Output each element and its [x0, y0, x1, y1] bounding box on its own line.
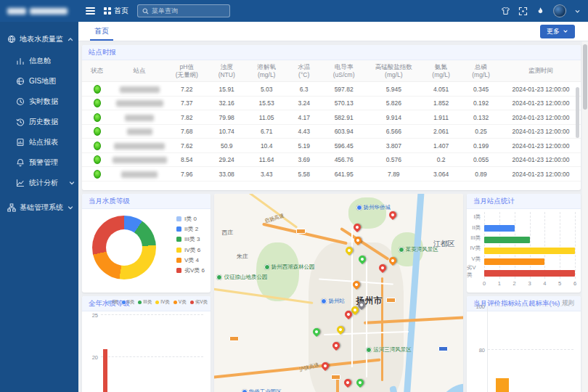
hamburger-menu-icon[interactable]: [86, 7, 95, 15]
status-cell: [82, 96, 112, 110]
bar: [484, 237, 530, 243]
org-tree-icon: [7, 203, 16, 212]
legend-item[interactable]: 劣V类 6: [176, 266, 205, 274]
value-cell: 597.82: [322, 82, 367, 97]
legend-swatch: [176, 226, 181, 232]
table-row[interactable]: 7.2215.915.036.3597.825.9454.0510.345202…: [82, 82, 581, 97]
table-scrollbar[interactable]: [576, 87, 579, 138]
station-name-redacted: [113, 157, 167, 163]
sidebar-item-label: 实时数据: [29, 97, 58, 107]
panel-header: 站点时报: [82, 45, 581, 60]
sidebar-item-station-report[interactable]: 站点报表: [0, 132, 78, 152]
sidebar-item-info-cabin[interactable]: 信息舱: [0, 51, 78, 71]
map-canvas[interactable]: 扬州市江都区仪征市西庄朱庄朴席镇世业镇春江路古运河沪陕高速启扬高速扬州西湖森林公…: [214, 194, 463, 392]
legend-item[interactable]: II类: [122, 299, 134, 306]
value-cell: 50.9: [207, 139, 247, 153]
table-row[interactable]: 7.6810.746.714.43603.946.5662.0610.25202…: [82, 124, 581, 139]
chevron-down-icon[interactable]: [574, 8, 581, 15]
menu-search[interactable]: [137, 4, 230, 17]
poi-icon: [321, 298, 327, 304]
table-row[interactable]: 7.8279.9811.054.17582.919.9141.9110.1322…: [82, 110, 581, 125]
legend-item[interactable]: II类 2: [176, 225, 205, 233]
sidebar-item-realtime-data[interactable]: 实时数据: [0, 91, 78, 112]
station-name-redacted: [116, 100, 163, 107]
legend-item[interactable]: I类 0: [176, 215, 205, 223]
map-label: 扬州西湖森林公园: [264, 264, 315, 271]
status-dot-green: [94, 155, 101, 164]
value-cell: 79.98: [207, 110, 247, 125]
station-report-panel: 站点时报 状态站点pH值(无量纲)浊度(NTU)溶解氧(mg/L)水温(°C)电…: [82, 45, 581, 190]
station-table: 状态站点pH值(无量纲)浊度(NTU)溶解氧(mg/L)水温(°C)电导率(uS…: [82, 60, 581, 181]
value-cell: 1.852: [421, 96, 461, 110]
search-input[interactable]: [152, 7, 225, 15]
scrollbar-thumb[interactable]: [583, 44, 587, 110]
sidebar-item-statistics-analysis[interactable]: 统计分析: [0, 173, 78, 193]
status-cell: [82, 82, 112, 97]
table-row[interactable]: 8.5429.2411.643.69456.760.5760.20.055202…: [82, 152, 581, 167]
map-label: 扬州华侨城: [356, 204, 391, 211]
status-dot-green: [94, 85, 101, 94]
table-row[interactable]: 7.9633.083.435.58641.957.893.0640.892024…: [82, 167, 581, 181]
value-cell: 603.94: [322, 124, 367, 139]
poi-icon: [242, 389, 248, 392]
map-urban-area: [309, 242, 403, 392]
legend-item[interactable]: IV类 6: [176, 246, 205, 254]
value-cell: 11.64: [247, 152, 287, 167]
chevron-down-icon: [68, 179, 75, 187]
axis-label: 5: [558, 280, 561, 287]
status-cell: [82, 124, 112, 139]
sidebar-group-surface-water-system[interactable]: 地表水质量监测系统: [0, 28, 78, 51]
axis-label: 80: [479, 346, 488, 353]
legend-label: IV类: [160, 299, 170, 306]
value-cell: 6.71: [247, 124, 287, 139]
status-cell: [82, 139, 112, 153]
flame-icon[interactable]: [536, 7, 545, 16]
sidebar-item-history-data[interactable]: 历史数据: [0, 112, 78, 132]
station-name-redacted: [120, 86, 160, 93]
legend-item[interactable]: V类: [173, 299, 187, 306]
more-button[interactable]: 更多: [540, 25, 575, 38]
line-chart-icon: [16, 179, 25, 187]
value-cell: 7.22: [167, 82, 207, 97]
map-label: 扬州站: [321, 298, 345, 305]
legend-item[interactable]: III类 3: [176, 235, 205, 243]
map-panel: 扬州市江都区仪征市西庄朱庄朴席镇世业镇春江路古运河沪陕高速启扬高速扬州西湖森林公…: [214, 194, 463, 392]
value-cell: 9.914: [367, 110, 422, 125]
sidebar: 地表水质量监测系统 信息舱GIS地图实时数据历史数据站点报表预警管理统计分析 基…: [0, 0, 78, 392]
station-name-cell: [112, 152, 167, 167]
legend-item[interactable]: I类: [107, 299, 118, 306]
axis-label: III类: [467, 233, 483, 243]
sidebar-group-label: 基础管理系统: [20, 203, 63, 213]
axis-label: 2: [513, 280, 516, 287]
table-row[interactable]: 7.6250.910.45.19596.453.8071.4070.199202…: [82, 139, 581, 153]
table-row[interactable]: 7.3732.1615.533.24570.135.8261.8520.1922…: [82, 96, 581, 110]
value-cell: 15.53: [247, 96, 287, 110]
legend-item[interactable]: III类: [138, 299, 152, 306]
legend-item[interactable]: V类 4: [176, 256, 205, 264]
tab-home[interactable]: 首页: [84, 22, 119, 41]
sidebar-item-label: 统计分析: [29, 178, 58, 188]
value-cell: 3.69: [287, 152, 322, 167]
sidebar-group-base-management[interactable]: 基础管理系统: [0, 196, 78, 219]
bar-row: [484, 245, 575, 256]
theme-shirt-icon[interactable]: [501, 7, 510, 16]
value-cell: 5.03: [247, 82, 287, 97]
nav-home[interactable]: 首页: [104, 6, 128, 16]
legend-item[interactable]: IV类: [155, 299, 170, 306]
sidebar-item-label: 历史数据: [29, 117, 58, 127]
legend-item[interactable]: 劣V类: [190, 299, 208, 306]
bar-chart-icon: [16, 57, 25, 65]
value-cell: 0.576: [367, 152, 422, 167]
value-cell: 1.911: [421, 110, 461, 125]
sidebar-item-gis-map[interactable]: GIS地图: [0, 71, 78, 91]
legend-swatch: [176, 268, 181, 273]
map-canal: [404, 194, 425, 392]
sidebar-item-alert-management[interactable]: 预警管理: [0, 152, 78, 173]
avatar[interactable]: [553, 4, 566, 17]
poi-label: 扬州华侨城: [364, 204, 391, 211]
fullscreen-icon[interactable]: [518, 7, 528, 16]
sidebar-item-label: 站点报表: [29, 137, 58, 147]
page-scrollbar[interactable]: [582, 41, 588, 392]
main-content: 站点时报 状态站点pH值(无量纲)浊度(NTU)溶解氧(mg/L)水温(°C)电…: [78, 41, 582, 392]
bar: [484, 270, 575, 277]
